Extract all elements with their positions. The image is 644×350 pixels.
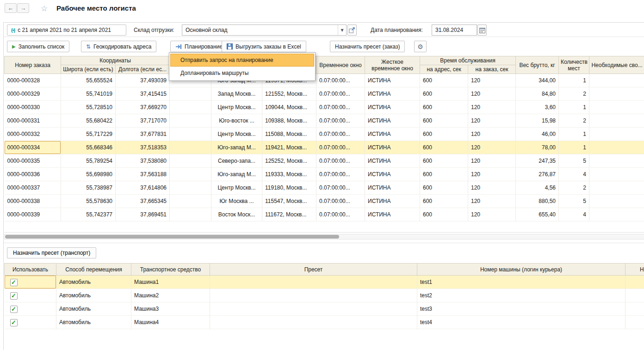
column-header-service-time[interactable]: Время обслуживания (420, 56, 516, 65)
orders-table: Номер заказа Координаты Временное окно Ж… (4, 56, 644, 233)
checkbox[interactable] (10, 292, 18, 300)
column-header-per-address[interactable]: на адрес, сек (420, 65, 468, 74)
column-header-time-window[interactable]: Временное окно (316, 56, 365, 74)
places-cell: 1 (559, 101, 589, 114)
longitude-cell: 37,614806 (116, 181, 170, 195)
order-row[interactable]: 0000-000328 55,655524 37,493039 Юго-запа… (5, 74, 644, 87)
checkbox[interactable] (10, 306, 18, 313)
column-header-order-no[interactable]: Номер заказа (5, 56, 61, 74)
warehouse-value: Основной склад (182, 27, 338, 33)
column-header-places[interactable]: Количеств мест (559, 56, 589, 74)
order-number-cell: 0000-000339 (5, 208, 61, 221)
number2-cell (625, 302, 644, 316)
column-header-weight[interactable]: Вес брутто, кг (516, 56, 559, 74)
required-cell (589, 181, 644, 195)
places-cell: 5 (559, 154, 589, 168)
assign-preset-transport-button[interactable]: Назначить пресет (транспорт) (7, 247, 96, 258)
longitude-cell: 37,538080 (116, 154, 170, 168)
period-selector-button[interactable]: (•) с 21 апреля 2021 по 21 апреля 2021 (7, 25, 126, 36)
longitude-cell: 37,563188 (116, 168, 170, 181)
column-header-required[interactable]: Необходимые сво... (589, 56, 644, 74)
calendar-button[interactable] (477, 25, 487, 36)
required-cell (589, 168, 644, 181)
column-header-per-order[interactable]: на заказ, сек (468, 65, 516, 74)
nav-back-button[interactable]: ← (5, 3, 17, 13)
fill-list-label: Заполнить список (19, 43, 65, 50)
places-cell: 2 (559, 87, 589, 101)
hard-window-cell: ИСТИНА (365, 208, 420, 221)
per-address-cell: 600 (420, 74, 468, 87)
district-cell: Запад Москв... (211, 87, 262, 101)
empty-cell (170, 141, 211, 154)
preset-cell (210, 316, 417, 329)
order-row[interactable]: 0000-000339 55,742377 37,869451 Восток М… (5, 208, 644, 221)
vehicle-cell: Машина4 (131, 316, 210, 329)
column-header-vehicle[interactable]: Транспортное средство (131, 264, 210, 276)
warehouse-label: Склад отгрузки: (134, 27, 174, 33)
column-header-latitude[interactable]: Широта (если есть) (61, 65, 116, 74)
per-address-cell: 600 (420, 114, 468, 128)
column-header-number2[interactable]: Номер (625, 264, 644, 276)
order-number-cell: 0000-000332 (5, 128, 61, 141)
order-row[interactable]: 0000-000330 55,728510 37,669270 Центр Мо… (5, 101, 644, 114)
column-header-vehicle-number[interactable]: Номер машины (логин курьера) (417, 264, 625, 276)
export-excel-button[interactable]: Выгрузить заказы в Excel (222, 41, 306, 52)
vehicle-number-cell: test2 (417, 289, 625, 302)
places-cell: 1 (559, 74, 589, 87)
settings-gear-button[interactable]: ⚙ (414, 41, 427, 52)
order-number-cell: 0000-000328 (5, 74, 61, 87)
column-header-coordinates[interactable]: Координаты (61, 56, 170, 65)
checkbox[interactable] (10, 279, 18, 286)
order-row[interactable]: 0000-000335 55,789254 37,538080 Северо-з… (5, 154, 644, 168)
scrollbar-thumb[interactable] (5, 235, 339, 239)
favorite-star-icon[interactable]: ☆ (41, 4, 48, 13)
hard-window-cell: ИСТИНА (365, 195, 420, 208)
vehicle-cell: Машина3 (131, 302, 210, 316)
column-header-longitude[interactable]: Долгота (если ес... (116, 65, 170, 74)
transport-row[interactable]: Автомобиль Машина1 test1 (5, 276, 644, 289)
time-window-cell: 0.07:00:00... (316, 195, 365, 208)
menu-item[interactable]: Допланировать маршруты (170, 67, 314, 80)
menu-item[interactable]: Отправить запрос на планирование (170, 54, 314, 67)
order-row[interactable]: 0000-000329 55,741019 37,415415 Запад Мо… (5, 87, 644, 101)
order-row[interactable]: 0000-000332 55,717229 37,677831 Центр Мо… (5, 128, 644, 141)
column-header-use[interactable]: Использовать (5, 264, 56, 276)
order-row[interactable]: 0000-000337 55,738987 37,614806 Центр Мо… (5, 181, 644, 195)
address-cell: 119333, Москв... (262, 168, 316, 181)
updown-arrows-icon: ⇅ (86, 43, 91, 50)
preset-cell (210, 289, 417, 302)
transport-row[interactable]: Автомобиль Машина2 test2 (5, 289, 644, 302)
places-cell: 4 (559, 168, 589, 181)
preset-cell (210, 302, 417, 316)
required-cell (589, 74, 644, 87)
order-row[interactable]: 0000-000331 55,680422 37,717070 Юго-вост… (5, 114, 644, 128)
warehouse-open-button[interactable] (347, 25, 357, 36)
transport-row[interactable]: Автомобиль Машина4 test4 (5, 316, 644, 329)
order-row[interactable]: 0000-000336 55,698980 37,563188 Юго-запа… (5, 168, 644, 181)
latitude-cell: 55,789254 (61, 154, 116, 168)
checkbox[interactable] (10, 319, 18, 326)
time-window-cell: 0.07:00:00... (316, 168, 365, 181)
longitude-cell: 37,518353 (116, 141, 170, 154)
empty-cell (170, 168, 211, 181)
horizontal-scrollbar[interactable] (4, 234, 644, 239)
nav-forward-button[interactable]: → (17, 3, 29, 13)
latitude-cell: 55,741019 (61, 87, 116, 101)
fill-list-button[interactable]: ▶ Заполнить список (7, 41, 69, 52)
order-row[interactable]: 0000-000338 55,578630 37,665345 Юг Москв… (5, 195, 644, 208)
vehicle-number-cell: test1 (417, 276, 625, 289)
per-address-cell: 600 (420, 168, 468, 181)
column-header-preset[interactable]: Пресет (210, 264, 417, 276)
column-header-hard-window[interactable]: Жесткое временное окно (365, 56, 420, 74)
chevron-down-icon[interactable]: ▼ (338, 25, 346, 35)
assign-preset-order-button[interactable]: Назначить пресет (заказ) (330, 41, 405, 52)
transport-row[interactable]: Автомобиль Машина3 test3 (5, 302, 644, 316)
geocode-button[interactable]: ⇅ Геокодировать адреса (81, 41, 156, 52)
order-row[interactable]: 0000-000334 55,668346 37,518353 Юго-запа… (5, 141, 644, 154)
section-splitter[interactable] (4, 243, 644, 243)
warehouse-combobox[interactable]: Основной склад ▼ (182, 25, 347, 36)
places-cell: 2 (559, 181, 589, 195)
planning-date-input[interactable]: 31.08.2024 (432, 25, 477, 36)
per-order-cell: 120 (468, 208, 516, 221)
column-header-method[interactable]: Способ перемещения (56, 264, 131, 276)
